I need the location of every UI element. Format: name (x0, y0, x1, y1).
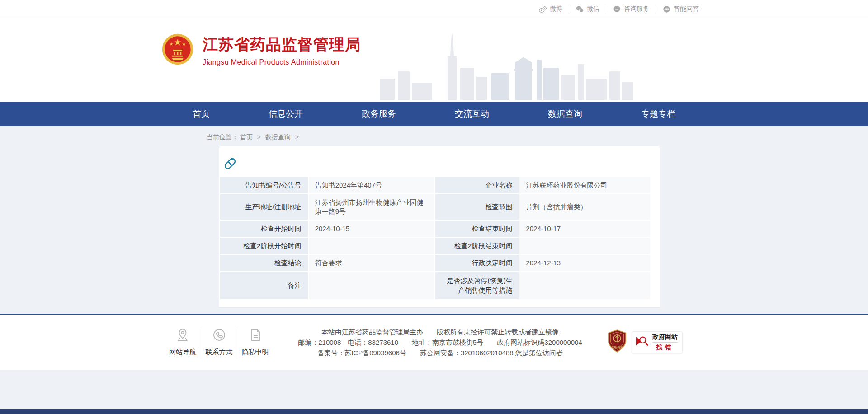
field-label: 检查结束时间 (435, 221, 519, 237)
breadcrumb-separator: > (257, 133, 261, 141)
topbar: 微博 微信 咨询服务 智能问答 (0, 0, 868, 18)
site-logo[interactable]: 江苏省药品监督管理局 Jiangsu Medical Products Admi… (161, 33, 361, 68)
smart-qa-icon (662, 5, 671, 14)
topbar-consult-label: 咨询服务 (624, 5, 649, 13)
site-subtitle: Jiangsu Medical Products Administration (203, 58, 361, 66)
nav-item-info-disclosure[interactable]: 信息公开 (260, 102, 311, 126)
weibo-icon (538, 5, 547, 14)
table-row: 检查2阶段开始时间 检查2阶段结束时间 (220, 238, 650, 254)
topbar-smart-qa[interactable]: 智能问答 (656, 5, 705, 14)
table-row: 生产地址/注册地址 江苏省扬州市扬州生物健康产业园健康一路9号 检查范围 片剂（… (220, 194, 650, 220)
city-skyline-graphic (380, 30, 633, 102)
site-error-badge[interactable]: 政府网站 找错 (632, 331, 683, 353)
field-label: 告知书编号/公告号 (220, 177, 308, 193)
field-value: 江苏联环药业股份有限公司 (519, 177, 650, 193)
chat-service-icon (613, 5, 621, 14)
topbar-wechat-label: 微信 (587, 5, 599, 13)
party-badge-label: 党政机关 (611, 346, 623, 350)
breadcrumb: 当前位置： 首页 > 数据查询 > (163, 126, 705, 146)
breadcrumb-home-link[interactable]: 首页 (240, 133, 253, 141)
field-label: 企业名称 (435, 177, 519, 193)
logo-text: 江苏省药品监督管理局 Jiangsu Medical Products Admi… (203, 34, 361, 66)
nav-item-special-topics[interactable]: 专题专栏 (633, 102, 684, 126)
table-row: 备注 是否涉及暂停(恢复)生产销售使用等措施 (220, 272, 650, 299)
nav-item-data-query[interactable]: 数据查询 (540, 102, 590, 126)
capsule-icon (223, 156, 660, 171)
nav-item-interaction[interactable]: 交流互动 (447, 102, 497, 126)
footer-link-label: 隐私申明 (241, 348, 269, 357)
footer-line-2: 邮编：210008 电话：83273610 地址：南京市鼓楼街5号 政府网站标识… (278, 337, 603, 348)
bottom-spacer (0, 370, 868, 409)
breadcrumb-separator: > (295, 133, 299, 141)
field-value: 符合要求 (309, 255, 435, 271)
breadcrumb-section-link[interactable]: 数据查询 (265, 133, 291, 141)
field-label: 检查2阶段结束时间 (435, 238, 519, 254)
footer-links: 网站导航 联系方式 (165, 326, 273, 358)
field-label: 行政决定时间 (435, 255, 519, 271)
nav-item-home[interactable]: 首页 (184, 102, 218, 126)
topbar-weibo[interactable]: 微博 (532, 5, 569, 14)
table-row: 检查开始时间 2024-10-15 检查结束时间 2024-10-17 (220, 221, 650, 237)
field-value: 片剂（含抗肿瘤类） (519, 194, 650, 220)
footer-link-privacy[interactable]: 隐私申明 (237, 326, 273, 358)
field-label: 是否涉及暂停(恢复)生产销售使用等措施 (435, 272, 519, 299)
field-value: 江苏省扬州市扬州生物健康产业园健康一路9号 (309, 194, 435, 220)
field-value: 2024-12-13 (519, 255, 650, 271)
site-error-label-bottom: 找错 (652, 343, 678, 352)
field-value: 2024-10-17 (519, 221, 650, 237)
field-value (309, 238, 435, 254)
field-value: 2024-10-15 (309, 221, 435, 237)
topbar-consult-service[interactable]: 咨询服务 (606, 5, 656, 14)
wechat-icon (576, 5, 584, 14)
site-error-label-top: 政府网站 (652, 333, 678, 343)
field-label: 检查2阶段开始时间 (220, 238, 308, 254)
footer-line-1: 本站由江苏省药品监督管理局主办 版权所有未经许可禁止转载或者建立镜像 (278, 327, 603, 337)
footer-badges: 党政机关 政府网站 找错 (607, 329, 683, 355)
footer-link-contact[interactable]: 联系方式 (201, 326, 237, 358)
main-nav: 首页 信息公开 政务服务 交流互动 数据查询 专题专栏 (0, 102, 868, 126)
topbar-smart-qa-label: 智能问答 (674, 5, 699, 13)
magnifier-icon (634, 334, 650, 351)
bottom-bar (0, 409, 868, 414)
topbar-wechat[interactable]: 微信 (569, 5, 606, 14)
party-government-badge[interactable]: 党政机关 (607, 329, 627, 355)
site-title: 江苏省药品监督管理局 (203, 34, 361, 55)
footer-link-site-map[interactable]: 网站导航 (165, 326, 201, 358)
inspection-detail-table: 告知书编号/公告号 告知书2024年第407号 企业名称 江苏联环药业股份有限公… (219, 176, 651, 300)
phone-icon (212, 336, 226, 343)
field-label: 生产地址/注册地址 (220, 194, 308, 220)
map-pin-icon (175, 336, 190, 343)
footer: 网站导航 联系方式 (0, 314, 868, 370)
topbar-weibo-label: 微博 (550, 5, 562, 13)
national-emblem-icon (161, 33, 194, 68)
table-row: 检查结论 符合要求 行政决定时间 2024-12-13 (220, 255, 650, 271)
field-label: 检查范围 (435, 194, 519, 220)
nav-item-gov-services[interactable]: 政务服务 (354, 102, 404, 126)
field-label: 备注 (220, 272, 308, 299)
breadcrumb-label: 当前位置： (207, 133, 238, 141)
field-label: 检查结论 (220, 255, 308, 271)
field-value (309, 272, 435, 299)
field-value (519, 272, 650, 299)
inspection-detail-card: 告知书编号/公告号 告知书2024年第407号 企业名称 江苏联环药业股份有限公… (219, 146, 660, 308)
field-label: 检查开始时间 (220, 221, 308, 237)
footer-line-3: 备案号：苏ICP备09039606号 苏公网安备：32010602010488 … (278, 348, 603, 358)
footer-link-label: 网站导航 (168, 348, 197, 357)
footer-link-label: 联系方式 (205, 348, 233, 357)
footer-text: 本站由江苏省药品监督管理局主办 版权所有未经许可禁止转载或者建立镜像 邮编：21… (273, 327, 607, 358)
privacy-doc-icon (248, 336, 263, 343)
site-header: 江苏省药品监督管理局 Jiangsu Medical Products Admi… (0, 18, 868, 102)
page: 微博 微信 咨询服务 智能问答 (0, 0, 868, 414)
table-row: 告知书编号/公告号 告知书2024年第407号 企业名称 江苏联环药业股份有限公… (220, 177, 650, 193)
field-value (519, 238, 650, 254)
main-content: 当前位置： 首页 > 数据查询 > (0, 126, 868, 314)
field-value: 告知书2024年第407号 (309, 177, 435, 193)
